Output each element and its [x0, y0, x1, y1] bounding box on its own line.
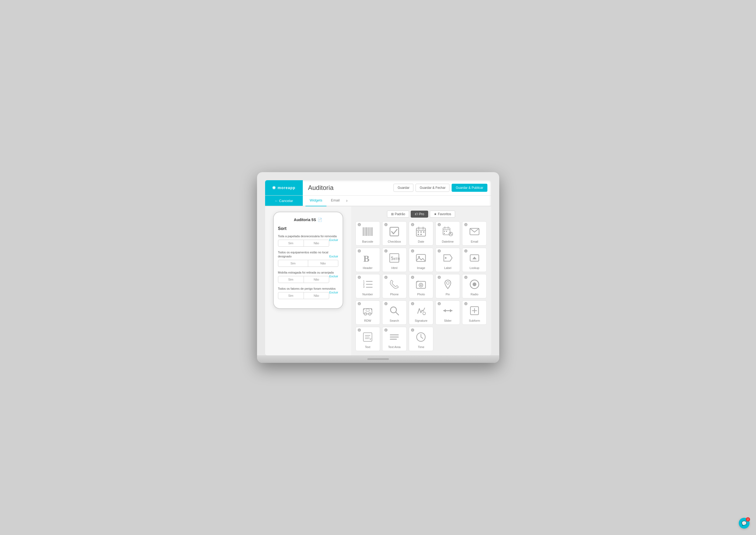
nao-1[interactable]: Não	[308, 260, 338, 267]
chat-button[interactable]: 💬 2	[739, 518, 749, 528]
widget-image[interactable]: i Image	[409, 248, 433, 272]
form-item-2: Mobília estragada foi retirada ou arranj…	[278, 270, 338, 283]
save-close-button[interactable]: Guardar & Fechar	[416, 184, 450, 192]
filter-padrao[interactable]: ⊞ Padrão	[387, 211, 409, 218]
rdw-label: RDW	[364, 319, 371, 322]
svg-rect-8	[372, 227, 372, 236]
widget-date[interactable]: i Date	[409, 221, 433, 245]
info-datetime: i	[438, 223, 441, 226]
svg-rect-2	[365, 227, 366, 236]
nav-bar: ← Cancelar Widgets Email ›	[265, 196, 491, 206]
phone-frame: Auditoria 5S 📄 Sort Toda a papelada desn…	[273, 212, 343, 309]
widget-checkbox[interactable]: i Checkbox	[382, 221, 407, 245]
html-icon: 5HTML	[388, 251, 401, 265]
svg-text:3: 3	[363, 285, 365, 288]
text-label: Text	[365, 345, 370, 349]
info-photo: i	[411, 276, 414, 279]
excluir-2[interactable]: Excluir	[329, 274, 338, 278]
info-subform: i	[464, 302, 468, 305]
save-publish-button[interactable]: Guardar & Publicar	[451, 184, 487, 192]
info-slider: i	[438, 302, 441, 305]
info-textarea: i	[384, 328, 388, 332]
barcode-label: Barcode	[362, 240, 373, 243]
filter-pro[interactable]: 🏷 Pro	[411, 211, 428, 218]
widget-text[interactable]: i Text	[356, 327, 380, 351]
widget-lookup[interactable]: i Lookup	[462, 248, 487, 272]
slider-label: Slider	[444, 319, 451, 322]
top-bar: ❋ moreapp Auditoria Guardar Guardar & Fe…	[265, 180, 491, 196]
sim-1[interactable]: Sim	[278, 260, 308, 267]
widget-barcode[interactable]: i Barcode	[356, 221, 380, 245]
excluir-1[interactable]: Excluir	[329, 254, 338, 258]
filter-favoritos-label: Favoritos	[438, 212, 451, 216]
phone-title-text: Auditoria 5S	[294, 218, 316, 222]
svg-rect-17	[418, 234, 419, 235]
sim-0[interactable]: Sim	[278, 240, 304, 246]
form-item-label-1: Todos os equipamentos estão no local des…	[278, 250, 338, 258]
excluir-0[interactable]: Excluir	[329, 238, 338, 242]
widget-search[interactable]: i Search	[382, 300, 407, 325]
nao-2[interactable]: Não	[304, 276, 329, 283]
section-title: Sort	[278, 226, 338, 231]
widget-datetime[interactable]: i Datetime	[435, 221, 460, 245]
widget-subform[interactable]: i Subform	[462, 300, 487, 325]
pin-icon	[441, 278, 454, 291]
svg-rect-3	[366, 227, 367, 236]
info-search: i	[384, 302, 388, 305]
nao-3[interactable]: Não	[304, 293, 329, 299]
widget-label[interactable]: i Label	[435, 248, 460, 272]
widget-email[interactable]: i Email	[462, 221, 487, 245]
number-icon: 123	[361, 278, 374, 291]
main-content: Auditoria 5S 📄 Sort Toda a papelada desn…	[265, 206, 491, 355]
nav-more-icon[interactable]: ›	[344, 196, 350, 206]
widget-textarea[interactable]: i Text Area	[382, 327, 407, 351]
filter-padrao-label: Padrão	[395, 212, 405, 216]
info-image: i	[411, 249, 414, 253]
svg-rect-1	[364, 227, 365, 236]
widget-time[interactable]: i Time	[409, 327, 433, 351]
widget-signature[interactable]: i Signature	[409, 300, 433, 325]
widget-header[interactable]: i B Header	[356, 248, 380, 272]
widget-rdw[interactable]: i RDW	[356, 300, 380, 325]
save-button[interactable]: Guardar	[393, 184, 413, 192]
textarea-label: Text Area	[388, 345, 400, 349]
action-buttons: Guardar Guardar & Fechar Guardar & Publi…	[390, 180, 491, 195]
search-label: Search	[390, 319, 399, 322]
rdw-icon	[361, 304, 374, 317]
widget-phone[interactable]: i Phone	[382, 274, 407, 298]
radio-label: Radio	[471, 293, 479, 296]
time-icon	[414, 330, 428, 344]
sim-nao-0: Sim Não	[278, 239, 330, 247]
checkbox-label: Checkbox	[388, 240, 401, 243]
widget-pin[interactable]: i Pin	[435, 274, 460, 298]
filter-favoritos[interactable]: ★ Favoritos	[430, 211, 455, 218]
svg-point-57	[423, 312, 425, 315]
tab-email[interactable]: Email	[327, 196, 344, 206]
widget-html[interactable]: i 5HTML Html	[382, 248, 407, 272]
svg-line-56	[395, 312, 398, 315]
widgets-area: ⊞ Padrão 🏷 Pro ★ Favoritos	[351, 206, 491, 355]
form-item-0: Toda a papelada desnecessária foi removi…	[278, 234, 338, 247]
svg-marker-61	[450, 309, 452, 312]
tab-widgets[interactable]: Widgets	[305, 196, 327, 206]
photo-label: Photo	[417, 293, 425, 296]
cancel-button[interactable]: ← Cancelar	[265, 196, 303, 206]
svg-marker-38	[472, 257, 477, 259]
widget-slider[interactable]: i Slider	[435, 300, 460, 325]
svg-rect-24	[446, 231, 447, 232]
sim-nao-3: Sim Não	[278, 292, 330, 299]
datetime-label: Datetime	[442, 240, 454, 243]
sim-3[interactable]: Sim	[278, 293, 304, 299]
logo: ❋ moreapp	[265, 180, 303, 195]
svg-rect-16	[423, 231, 424, 233]
sim-nao-1: Sim Não	[278, 260, 338, 267]
nao-0[interactable]: Não	[304, 240, 329, 246]
widget-radio[interactable]: i Radio	[462, 274, 487, 298]
widget-photo[interactable]: i Photo	[409, 274, 433, 298]
time-label: Time	[418, 345, 424, 349]
widget-number[interactable]: i 123 Number	[356, 274, 380, 298]
sim-2[interactable]: Sim	[278, 276, 304, 283]
info-radio: i	[464, 276, 468, 279]
excluir-3[interactable]: Excluir	[329, 291, 338, 294]
info-barcode: i	[358, 223, 361, 226]
